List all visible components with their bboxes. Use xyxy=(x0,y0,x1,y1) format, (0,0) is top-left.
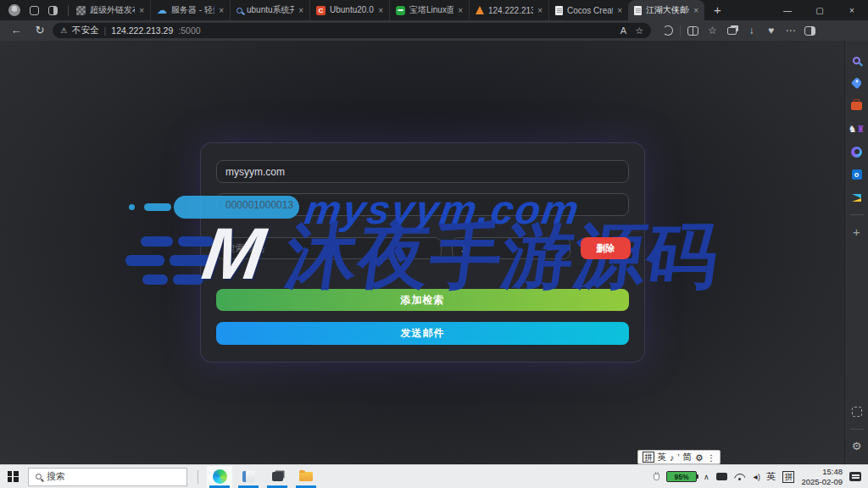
tab-title: Cocos Creator | xyxy=(567,6,613,15)
sidebar-games-icon[interactable]: ♞♜ xyxy=(847,118,867,140)
tab-5[interactable]: 宝塔Linux面板 × xyxy=(389,0,469,20)
tab-close-icon[interactable]: × xyxy=(617,6,622,15)
flame-favicon xyxy=(476,6,484,14)
network-icon[interactable] xyxy=(734,473,745,480)
ime-settings-icon[interactable]: ⚙ xyxy=(695,452,703,463)
page-content: mysyym.com 000001000013 搜索物品 1 删除 添加检索 发… xyxy=(0,41,844,464)
sidebar-shopping-icon[interactable] xyxy=(847,72,867,94)
new-tab-button[interactable]: + xyxy=(704,0,731,20)
power-plug-icon[interactable] xyxy=(654,474,659,480)
ime-lang-toggle[interactable]: 英 xyxy=(658,452,667,463)
close-button[interactable]: × xyxy=(836,0,868,20)
language-indicator[interactable]: 英 xyxy=(766,470,776,483)
tab-3[interactable]: ubuntu系统开放 × xyxy=(230,0,309,20)
tab-close-icon[interactable]: × xyxy=(458,6,463,15)
ime-toolbar[interactable]: 拼 英 ♪ ’ 简 ⚙ ⋮ xyxy=(637,450,721,464)
address-port: :5000 xyxy=(178,25,200,36)
ime-more-icon[interactable]: ⋮ xyxy=(707,452,716,463)
bt-panel-favicon xyxy=(396,6,405,15)
clock[interactable]: 15:48 2025-02-09 xyxy=(801,467,843,486)
tab-title: 124.222.213.29: xyxy=(488,6,533,15)
delete-button[interactable]: 删除 xyxy=(581,237,631,259)
sidebar-tools-icon[interactable] xyxy=(847,95,867,117)
sidebar-drop-icon[interactable] xyxy=(847,186,867,208)
sidebar-customize-icon[interactable] xyxy=(847,401,867,423)
browser-essentials-icon[interactable]: ♥ xyxy=(761,20,781,41)
page-favicon xyxy=(555,6,563,15)
server-address-input[interactable]: mysyym.com xyxy=(216,160,629,183)
sidebar-search-icon[interactable] xyxy=(847,49,867,71)
taskbar-search-input[interactable]: 搜索 xyxy=(28,468,187,486)
taskbar-notes-button[interactable] xyxy=(236,466,261,488)
send-mail-button[interactable]: 发送邮件 xyxy=(216,322,629,345)
battery-indicator[interactable]: 95% xyxy=(666,471,697,482)
tab-6[interactable]: 124.222.213.29: × xyxy=(469,0,548,20)
ime-punct-icon[interactable]: ’ xyxy=(677,452,679,463)
watermark-speedline xyxy=(142,274,168,285)
tab-actions-icon[interactable] xyxy=(48,6,58,15)
tab-4[interactable]: C Ubuntu20.04开 × xyxy=(309,0,389,20)
back-icon[interactable]: ← xyxy=(5,20,27,41)
maximize-button[interactable]: ▢ xyxy=(804,0,836,20)
ime-mode-icon[interactable]: 拼 xyxy=(643,452,654,463)
sidebar-settings-icon[interactable]: ⚙ xyxy=(847,435,867,457)
tab-close-icon[interactable]: × xyxy=(378,6,383,15)
divider xyxy=(850,214,864,215)
add-search-button[interactable]: 添加检索 xyxy=(216,289,629,311)
profile-avatar[interactable] xyxy=(8,4,20,16)
qr-favicon xyxy=(76,6,86,15)
divider xyxy=(850,429,864,430)
ime-fullhalf-icon[interactable]: ♪ xyxy=(670,452,674,463)
collections-icon[interactable] xyxy=(722,20,742,41)
not-secure-label: 不安全 xyxy=(72,25,99,36)
item-search-input[interactable]: 搜索物品 xyxy=(216,237,442,259)
tab-8-active[interactable]: 江湖大侠邮件系 × xyxy=(628,0,704,20)
tab-close-icon[interactable]: × xyxy=(537,6,542,15)
watermark-speedline xyxy=(173,274,203,285)
favorite-star-icon[interactable]: ☆ xyxy=(635,25,643,36)
taskbar-app-button[interactable] xyxy=(264,466,290,488)
tab-title: ubuntu系统开放 xyxy=(247,4,294,16)
tab-title: Ubuntu20.04开 xyxy=(330,4,374,16)
tab-close-icon[interactable]: × xyxy=(219,6,224,15)
sidebar-add-icon[interactable]: + xyxy=(847,220,867,242)
tab-close-icon[interactable]: × xyxy=(298,6,303,15)
watermark-dot xyxy=(129,204,135,210)
hidden-icons-chevron[interactable]: ∧ xyxy=(704,473,709,481)
tray-app-icon[interactable] xyxy=(716,473,727,480)
ime-indicator[interactable]: 拼 xyxy=(782,471,795,483)
start-button[interactable] xyxy=(0,465,25,488)
quantity-input[interactable]: 1 xyxy=(452,237,570,259)
mail-form-card: mysyym.com 000001000013 搜索物品 1 删除 添加检索 发… xyxy=(200,142,645,363)
notification-center-icon[interactable] xyxy=(849,472,861,481)
split-screen-icon[interactable] xyxy=(683,20,703,41)
sidebar-outlook-icon[interactable]: o xyxy=(847,164,867,186)
divider xyxy=(68,5,69,16)
tab-1[interactable]: 超级外链发布工 × xyxy=(70,0,150,20)
downloads-icon[interactable]: ↓ xyxy=(742,20,761,41)
sidebar-toggle-icon[interactable] xyxy=(800,20,820,41)
minimize-button[interactable]: — xyxy=(771,0,804,20)
workspaces-icon[interactable] xyxy=(30,6,39,15)
csdn-favicon: C xyxy=(316,6,326,15)
taskbar-explorer-button[interactable] xyxy=(293,466,319,488)
read-aloud-icon[interactable]: A xyxy=(620,25,626,36)
sidebar-m365-icon[interactable] xyxy=(847,141,867,163)
tab-7[interactable]: Cocos Creator | × xyxy=(548,0,628,20)
ime-simplified-toggle[interactable]: 简 xyxy=(683,452,693,463)
refresh-icon[interactable]: ↻ xyxy=(29,20,51,41)
volume-icon[interactable]: ◄) xyxy=(752,473,760,481)
address-host: 124.222.213.29 xyxy=(111,25,173,36)
search-placeholder: 搜索 xyxy=(47,470,65,483)
taskbar-edge-button[interactable] xyxy=(207,466,232,488)
tab-2[interactable]: ☁ 服务器 - 轻量云 × xyxy=(150,0,230,20)
cloud-favicon: ☁ xyxy=(157,5,167,15)
copilot-icon[interactable] xyxy=(658,20,677,41)
account-code-input[interactable]: 000001000013 xyxy=(216,193,629,216)
address-bar[interactable]: ⚠ 不安全 | 124.222.213.29:5000 A ☆ xyxy=(53,23,651,38)
favorites-icon[interactable]: ☆ xyxy=(703,20,722,41)
more-menu-icon[interactable]: ⋯ xyxy=(781,20,800,41)
tab-close-icon[interactable]: × xyxy=(693,6,698,15)
tab-close-icon[interactable]: × xyxy=(139,6,144,15)
folder-icon xyxy=(299,472,313,481)
